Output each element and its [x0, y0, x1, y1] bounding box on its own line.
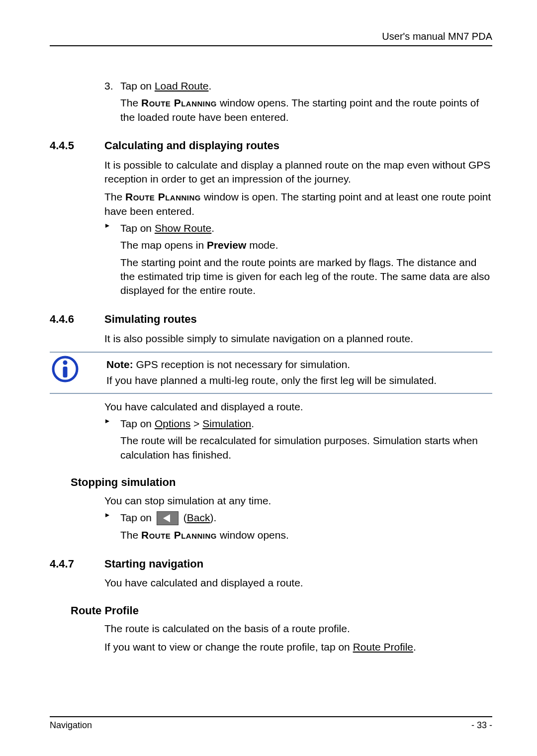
route-profile-link: Route Profile — [353, 641, 413, 653]
note-box: Note: GPS reception is not necessary for… — [50, 352, 492, 394]
paragraph: The map opens in Preview mode. — [120, 238, 492, 252]
page-content: 3. Tap on Load Route. The Route Planning… — [50, 46, 492, 654]
paragraph: The route will be recalculated for simul… — [120, 434, 492, 462]
list-item-body: Tap on Options > Simulation. — [120, 417, 492, 431]
paragraph: It is possible to calculate and display … — [104, 158, 492, 187]
back-button-icon — [157, 511, 179, 525]
route-planning-label: Route Planning — [141, 529, 217, 541]
bullet-back: Tap on (Back). — [104, 511, 492, 525]
subheading-stopping-simulation: Stopping simulation — [71, 475, 492, 490]
svg-marker-4 — [105, 419, 109, 423]
svg-point-2 — [63, 360, 68, 365]
footer-page-number: - 33 - — [471, 719, 492, 731]
options-link: Options — [155, 418, 190, 429]
bullet-show-route: Tap on Show Route. — [104, 221, 492, 235]
footer-section: Navigation — [50, 719, 92, 731]
step-3: 3. Tap on Load Route. — [104, 79, 492, 93]
triangle-bullet-icon — [104, 511, 120, 525]
paragraph: The starting point and the route points … — [120, 256, 492, 298]
route-planning-label: Route Planning — [125, 191, 201, 202]
show-route-link: Show Route — [155, 222, 211, 234]
note-rule-bottom — [50, 393, 492, 394]
load-route-link: Load Route — [155, 80, 209, 92]
paragraph: You have calculated and displayed a rout… — [104, 576, 492, 590]
bullet-options-simulation: Tap on Options > Simulation. — [104, 417, 492, 431]
note-text: Note: GPS reception is not necessary for… — [106, 356, 492, 390]
back-link: Back — [187, 512, 210, 523]
paragraph: If you want to view or change the route … — [104, 640, 492, 654]
page-footer: Navigation - 33 - — [50, 716, 492, 731]
section-4-4-5: 4.4.5 Calculating and displaying routes — [50, 138, 492, 153]
paragraph: You can stop simulation at any time. — [104, 494, 492, 508]
section-4-4-6: 4.4.6 Simulating routes — [50, 312, 492, 327]
route-planning-label: Route Planning — [141, 97, 217, 108]
svg-marker-0 — [105, 224, 109, 228]
paragraph: The Route Planning window is open. The s… — [104, 190, 492, 218]
page: User's manual MN7 PDA 3. Tap on Load Rou… — [0, 0, 537, 756]
paragraph: It is also possible simply to simulate n… — [104, 332, 492, 346]
simulation-link: Simulation — [202, 418, 251, 429]
header-title: User's manual MN7 PDA — [50, 30, 492, 45]
section-number: 4.4.5 — [50, 138, 104, 153]
section-title: Starting navigation — [104, 557, 203, 571]
list-item-body: Tap on (Back). — [120, 511, 492, 525]
paragraph: You have calculated and displayed a rout… — [104, 400, 492, 414]
paragraph: The Route Planning window opens. — [120, 528, 492, 542]
svg-rect-3 — [63, 367, 68, 378]
section-number: 4.4.6 — [50, 312, 104, 327]
list-marker: 3. — [104, 79, 120, 93]
section-4-4-7: 4.4.7 Starting navigation — [50, 557, 492, 571]
preview-label: Preview — [207, 239, 246, 251]
info-icon — [50, 356, 106, 382]
note-rule-top — [50, 352, 492, 353]
triangle-bullet-icon — [104, 417, 120, 431]
paragraph: The route is calculated on the basis of … — [104, 622, 492, 636]
section-number: 4.4.7 — [50, 557, 104, 571]
section-title: Simulating routes — [104, 312, 197, 327]
triangle-bullet-icon — [104, 221, 120, 235]
section-title: Calculating and displaying routes — [104, 138, 279, 153]
subheading-route-profile: Route Profile — [71, 603, 492, 618]
step-3-result: The Route Planning window opens. The sta… — [120, 96, 492, 124]
svg-marker-5 — [105, 513, 109, 517]
list-item-body: Tap on Load Route. — [120, 79, 492, 93]
list-item-body: Tap on Show Route. — [120, 221, 492, 235]
